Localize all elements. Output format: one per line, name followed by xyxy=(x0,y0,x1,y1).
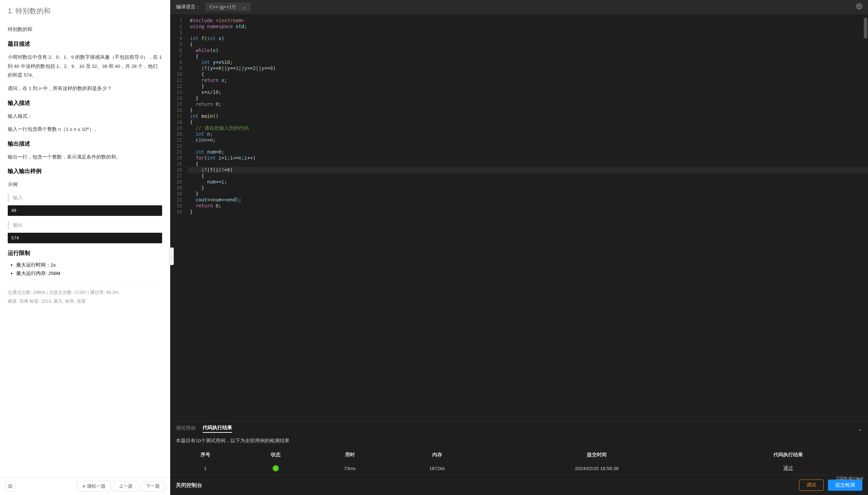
next-button[interactable]: 下一题 xyxy=(141,481,165,491)
desc-heading: 题目描述 xyxy=(8,40,162,48)
stats-line: 总通过次数: 20604 | 总提交次数: 21397 | 通过率: 96.3% xyxy=(8,290,162,296)
code-line[interactable]: cout<<num<<endl; xyxy=(188,197,868,203)
check-icon: ✓ xyxy=(273,465,279,471)
language-value: C++ (g++17) xyxy=(210,4,236,9)
cell-result[interactable]: 通过 xyxy=(708,462,868,475)
shuffle-label: 随机一题 xyxy=(87,483,106,489)
svg-point-0 xyxy=(859,6,860,7)
sample-output-box: 574 xyxy=(8,233,162,243)
left-footer: ✕ 随机一题 上一题 下一题 xyxy=(0,477,170,495)
shuffle-icon: ✕ xyxy=(82,484,86,489)
input-p2: 输入一行包含两个整数 n（1 ≤ n ≤ 10⁴）。 xyxy=(8,125,162,134)
sample-input-label: 输入 xyxy=(8,193,162,202)
code-line[interactable]: { xyxy=(188,53,868,59)
code-line[interactable]: } xyxy=(188,209,868,215)
code-line[interactable]: int n; xyxy=(188,131,868,137)
code-line[interactable]: } xyxy=(188,107,868,113)
code-line[interactable]: return 0; xyxy=(188,203,868,209)
close-console-label[interactable]: 关闭控制台 xyxy=(176,482,202,489)
desc-p1: 小明对数位中含有 2、0、1、9 的数字很感兴趣（不包括前导 0），在 1 到 … xyxy=(8,53,162,80)
col-header: 用时 xyxy=(311,448,389,462)
code-line[interactable]: cin>>n; xyxy=(188,137,868,143)
code-line[interactable]: { xyxy=(188,41,868,47)
problem-panel: 1. 特别数的和 特别数的和 题目描述 小明对数位中含有 2、0、1、9 的数字… xyxy=(0,0,170,495)
code-line[interactable]: #include <iostream> xyxy=(188,18,868,24)
code-line[interactable]: } xyxy=(188,95,868,101)
tab-test-cases[interactable]: 测试用例 xyxy=(176,425,196,432)
code-line[interactable]: if(f(i)!=0) xyxy=(188,167,868,173)
problem-title: 1. 特别数的和 xyxy=(8,6,162,16)
col-header: 状态 xyxy=(241,448,311,462)
scrollbar-thumb[interactable] xyxy=(864,18,867,39)
code-lines[interactable]: #include <iostream>using namespace std;i… xyxy=(188,14,868,421)
code-line[interactable]: } xyxy=(188,83,868,89)
code-line[interactable]: using namespace std; xyxy=(188,24,868,30)
table-row: 1 ✓ 73ms 1672kb 2024/02/20 16:56:38 通过 xyxy=(170,462,868,475)
cell-mem: 1672kb xyxy=(389,462,485,475)
code-line[interactable]: return 0; xyxy=(188,101,868,107)
chevron-down-icon: ⌄ xyxy=(243,4,247,9)
code-line[interactable]: { xyxy=(188,71,868,77)
cell-submit: 2024/02/20 16:56:38 xyxy=(485,462,708,475)
code-line[interactable] xyxy=(188,143,868,149)
list-icon[interactable] xyxy=(5,481,15,491)
code-line[interactable]: x=x/10; xyxy=(188,89,868,95)
line-gutter: 1234567891011121314151617181920212223242… xyxy=(170,14,188,421)
results-panel: 测试用例 代码执行结果 ⌄ 本题目有10个测试用例，以下为全部用例的检测结果 序… xyxy=(170,421,868,475)
code-line[interactable]: // 请在此输入您的代码 xyxy=(188,125,868,131)
debug-button[interactable]: 调试 xyxy=(799,480,824,491)
code-line[interactable]: { xyxy=(188,161,868,167)
input-heading: 输入描述 xyxy=(8,99,162,107)
results-info: 本题目有10个测试用例，以下为全部用例的检测结果 xyxy=(170,436,868,448)
sample-output-label: 输出 xyxy=(8,221,162,230)
code-line[interactable]: { xyxy=(188,173,868,179)
chevron-down-icon[interactable]: ⌄ xyxy=(858,426,862,432)
gear-icon[interactable] xyxy=(856,3,862,11)
cell-status: ✓ xyxy=(241,462,311,475)
tags-line: 难度: 简单 标签: 2019, 暴力, 枚举, 省赛 xyxy=(8,298,162,304)
sample-input-box: 40 xyxy=(8,205,162,216)
code-line[interactable]: if(y==0||y==1||y==2||y==9) xyxy=(188,65,868,71)
tab-exec-result[interactable]: 代码执行结果 xyxy=(203,425,232,433)
desc-p2: 请问，在 1 到 n 中，所有这样的数的和是多少？ xyxy=(8,84,162,93)
limits-heading: 运行限制 xyxy=(8,250,162,257)
code-editor[interactable]: 1234567891011121314151617181920212223242… xyxy=(170,14,868,421)
compile-label: 编译语言： xyxy=(176,4,200,10)
problem-subtitle: 特别数的和 xyxy=(8,26,162,33)
input-p1: 输入格式： xyxy=(8,112,162,121)
code-line[interactable]: { xyxy=(188,119,868,125)
language-select[interactable]: C++ (g++17) ⌄ xyxy=(205,2,251,11)
col-header: 内存 xyxy=(389,448,485,462)
code-line[interactable]: return x; xyxy=(188,77,868,83)
submit-button[interactable]: 提交检测 xyxy=(828,480,862,491)
editor-panel: 编译语言： C++ (g++17) ⌄ 12345678910111213141… xyxy=(170,0,868,495)
col-header: 提交时间 xyxy=(485,448,708,462)
col-header: 代码执行结果 xyxy=(708,448,868,462)
limit-mem: 最大运行内存: 256M xyxy=(16,270,162,277)
output-heading: 输出描述 xyxy=(8,140,162,148)
limit-time: 最大运行时间：1s xyxy=(16,262,162,268)
code-line[interactable]: while(x) xyxy=(188,47,868,53)
collapse-handle[interactable]: ‹ xyxy=(169,248,174,265)
col-header: 序号 xyxy=(170,448,241,462)
code-line[interactable]: for(int i=1;i<=n;i++) xyxy=(188,155,868,161)
output-p1: 输出一行，包含一个整数，表示满足条件的数的和。 xyxy=(8,153,162,162)
sample-label: 示例 xyxy=(8,180,162,189)
code-line[interactable]: num+=i; xyxy=(188,179,868,185)
results-table: 序号状态用时内存提交时间代码执行结果 1 ✓ 73ms 1672kb 2024/… xyxy=(170,448,868,475)
code-line[interactable]: int main() xyxy=(188,113,868,119)
problem-scroll[interactable]: 1. 特别数的和 特别数的和 题目描述 小明对数位中含有 2、0、1、9 的数字… xyxy=(0,0,170,477)
code-line[interactable]: int y=x%10; xyxy=(188,59,868,65)
code-line[interactable]: } xyxy=(188,185,868,191)
cell-time: 73ms xyxy=(311,462,389,475)
sample-heading: 输入输出样例 xyxy=(8,168,162,175)
prev-button[interactable]: 上一题 xyxy=(114,481,138,491)
editor-header: 编译语言： C++ (g++17) ⌄ xyxy=(170,0,868,14)
code-line[interactable]: } xyxy=(188,191,868,197)
code-line[interactable]: int f(int x) xyxy=(188,36,868,41)
editor-footer: 关闭控制台 调试 提交检测 xyxy=(170,475,868,495)
shuffle-button[interactable]: ✕ 随机一题 xyxy=(77,481,111,491)
code-line[interactable]: int num=0; xyxy=(188,149,868,155)
cell-idx: 1 xyxy=(170,462,241,475)
code-line[interactable] xyxy=(188,30,868,36)
